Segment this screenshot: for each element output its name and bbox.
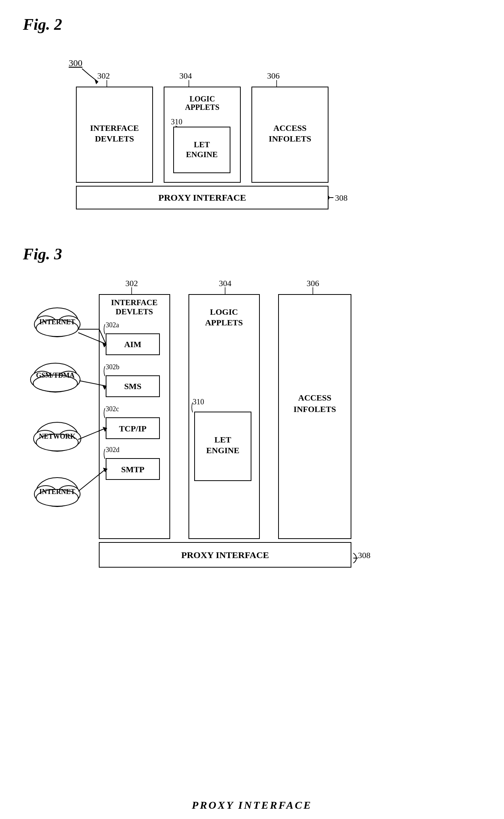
access-infolets-line2: INFOLETS (269, 134, 311, 143)
cloud-gsm: GSM/TDMA (31, 363, 80, 392)
aim-label: AIM (124, 340, 141, 349)
page: Fig. 2 300 302 304 306 INTER (0, 0, 504, 819)
ref308-fig3: 308 (358, 550, 370, 560)
interface-devlets-line2: DEVLETS (95, 134, 134, 143)
fig2-section: Fig. 2 300 302 304 306 INTER (23, 15, 481, 214)
tcpip-label: TCP/IP (119, 424, 147, 433)
access-infolets-line1: ACCESS (274, 123, 307, 133)
logic-applets-fig3-line1: LOGIC (210, 307, 238, 317)
fig3-title: Fig. 3 (23, 245, 481, 263)
access-infolets-fig3-line2: INFOLETS (293, 404, 336, 414)
let-engine-line1-fig2: LET (194, 140, 210, 149)
fig2-title: Fig. 2 (23, 15, 481, 34)
interface-devlets-fig3-line1: INTERFACE (111, 298, 158, 307)
cloud-gsm-label: GSM/TDMA (36, 372, 75, 379)
sms-label: SMS (124, 381, 141, 391)
interface-devlets-line1: INTERFACE (90, 123, 139, 133)
smtp-label: SMTP (121, 465, 144, 474)
ref302-fig3: 302 (126, 278, 138, 288)
cloud-internet1: INTERNET (34, 308, 80, 337)
access-infolets-fig3-line1: ACCESS (298, 393, 332, 402)
interface-devlets-fig3-line2: DEVLETS (116, 307, 153, 316)
cloud-internet1-label: INTERNET (39, 318, 75, 326)
logic-applets-line2: APPLETS (185, 103, 219, 111)
ref306-label: 306 (267, 71, 280, 80)
logic-applets-line1: LOGIC (190, 95, 215, 103)
cloud-internet2: INTERNET (34, 478, 80, 507)
ref302a-label: 302a (106, 321, 119, 329)
ref302b-label: 302b (106, 363, 119, 371)
fig3-diagram-area: INTERNET GSM/TDMA NETWORK (23, 275, 481, 619)
ref304-fig3: 304 (219, 278, 232, 288)
proxy-interface-label-fig3: PROXY INTERFACE (181, 550, 269, 560)
logic-applets-fig3-line2: APPLETS (205, 318, 243, 327)
fig2-diagram-area: 300 302 304 306 INTERFACE DEVLETS (23, 45, 481, 214)
let-engine-fig3-line1: LET (214, 435, 231, 444)
arrow-300 (82, 69, 97, 81)
let-engine-line2-fig2: ENGINE (186, 150, 218, 159)
ref310-label-fig2: 310 (171, 117, 182, 126)
ref306-fig3: 306 (307, 278, 319, 288)
box-interface-devlets-fig3 (99, 294, 170, 539)
fig3-svg: INTERNET GSM/TDMA NETWORK (23, 275, 481, 618)
cloud-network: NETWORK (34, 422, 81, 451)
fig3-section: Fig. 3 INTERNET (23, 245, 481, 619)
let-engine-fig3-line2: ENGINE (206, 446, 240, 455)
proxy-interface-label-fig2: PROXY INTERFACE (158, 193, 246, 203)
ref302c-label: 302c (106, 405, 119, 413)
fig2-svg: 300 302 304 306 INTERFACE DEVLETS (23, 45, 366, 213)
ref302-label: 302 (97, 71, 110, 80)
ref310-fig3: 310 (193, 397, 204, 406)
ref302d-label: 302d (106, 446, 119, 454)
proxy-interface-bottom-text: PROXY INTERFACE (192, 799, 312, 811)
ref300-label: 300 (69, 58, 82, 68)
cloud-network-label: NETWORK (39, 433, 76, 440)
ref304-label: 304 (179, 71, 192, 80)
cloud-internet2-label: INTERNET (39, 488, 75, 496)
ref308-label-fig2: 308 (335, 193, 348, 203)
box-access-infolets-fig3 (279, 294, 351, 539)
